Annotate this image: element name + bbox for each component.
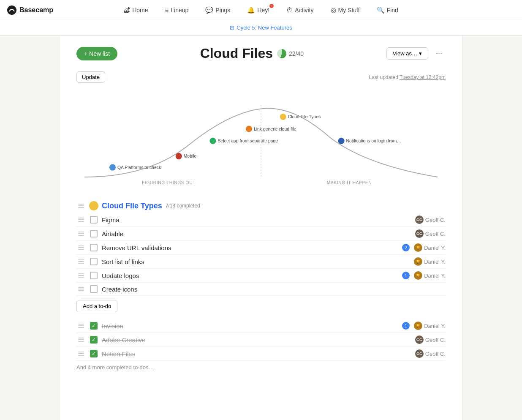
dot-notifications[interactable] (338, 138, 344, 144)
label-link-generic: Link generic cloud file (254, 127, 296, 131)
todo-checkbox[interactable] (90, 272, 98, 279)
add-todo-button[interactable]: Add a to-do (76, 300, 117, 312)
dot-qa[interactable] (109, 164, 116, 171)
nav-hey[interactable]: 🔔 Hey! ! (245, 5, 272, 16)
item-drag-handle[interactable] (76, 351, 86, 357)
todo-item: Airtable GC Geoff C. (76, 227, 446, 241)
figuring-out-label: FIGURING THINGS OUT (142, 180, 196, 185)
avatar: 🏆 (414, 322, 422, 330)
todo-text: Remove URL validations (102, 244, 398, 251)
item-drag-handle[interactable] (76, 231, 86, 237)
todo-item-completed: Notion Files GC Geoff C. (76, 347, 446, 361)
todo-checkbox[interactable] (90, 350, 98, 357)
todo-item-completed: Invision 1 🏆 Daniel Y. (76, 319, 446, 333)
todo-assignee: 🏆 Daniel Y. (414, 243, 446, 252)
nav-activity[interactable]: ⏱ Activity (284, 5, 316, 15)
dot-cloud-file-types[interactable] (280, 114, 286, 120)
todo-assignee: GC Geoff C. (415, 335, 446, 344)
page-title-area: Cloud Files 22/40 (200, 46, 304, 61)
todo-checkbox[interactable] (90, 322, 98, 330)
todo-text: Sort list of links (102, 258, 410, 265)
more-completed-link[interactable]: And 4 more completed to-dos… (76, 364, 154, 371)
todo-checkbox[interactable] (90, 216, 98, 224)
label-qa: QA Platforms to check (117, 165, 161, 170)
todo-items-unchecked: Figma GC Geoff C. Airtable GC Geoff C. (76, 213, 446, 296)
todo-assignee: 🏆 Daniel Y. (414, 322, 446, 330)
hey-icon: 🔔 (247, 6, 255, 14)
basecamp-icon (7, 5, 17, 15)
avatar: GC (415, 335, 424, 344)
item-drag-handle[interactable] (76, 286, 86, 292)
page-title: Cloud Files (200, 46, 273, 61)
avatar: GC (415, 215, 424, 224)
progress-circle (277, 49, 286, 58)
todo-badge: 1 (402, 322, 410, 330)
last-updated: Last updated Tuesday at 12:42pm (369, 74, 446, 80)
avatar: GC (415, 349, 424, 358)
dot-select-app[interactable] (209, 138, 216, 144)
find-icon: 🔍 (377, 6, 385, 14)
hill-update-bar: Update Last updated Tuesday at 12:42pm (76, 71, 446, 83)
todo-checkbox[interactable] (90, 244, 98, 251)
avatar: GC (415, 229, 424, 238)
todo-list-header: Cloud File Types 7/13 completed (76, 201, 446, 210)
view-as-button[interactable]: View as… ▾ (386, 47, 428, 60)
todo-text: Update logos (102, 272, 398, 279)
brand-logo[interactable]: Basecamp (7, 5, 53, 15)
item-drag-handle[interactable] (76, 259, 86, 265)
item-drag-handle[interactable] (76, 217, 86, 223)
mystuff-icon: ◎ (331, 6, 336, 14)
nav-pings[interactable]: 💬 Pings (203, 5, 233, 16)
nav-lineup[interactable]: ≡ Lineup (163, 5, 191, 15)
todo-item: Remove URL validations 2 🏆 Daniel Y. (76, 241, 446, 255)
top-navigation: Basecamp 🏕 Home ≡ Lineup 💬 Pings 🔔 Hey! … (0, 0, 522, 20)
list-drag-handle[interactable] (76, 203, 86, 209)
avatar: 🏆 (414, 243, 422, 252)
item-drag-handle[interactable] (76, 245, 86, 251)
main-content: + New list Cloud Files 22/40 View as… ▾ … (59, 35, 463, 420)
dot-link-generic[interactable] (246, 125, 252, 132)
todo-list-title[interactable]: Cloud File Types (102, 202, 162, 210)
todo-section: Cloud File Types 7/13 completed Figma GC… (76, 201, 446, 371)
brand-name: Basecamp (19, 6, 53, 14)
todo-item: Create icons (76, 283, 446, 296)
new-list-button[interactable]: + New list (76, 47, 117, 60)
more-options-button[interactable]: ··· (432, 47, 446, 60)
todo-item-completed: Adobe Creative GC Geoff C. (76, 333, 446, 347)
item-drag-handle[interactable] (76, 323, 86, 329)
sidebar (0, 35, 59, 420)
home-icon: 🏕 (124, 6, 130, 14)
dot-mobile[interactable] (176, 153, 182, 159)
todo-items-completed: Invision 1 🏆 Daniel Y. Adobe Creative GC… (76, 319, 446, 361)
nav-home[interactable]: 🏕 Home (121, 5, 150, 15)
last-updated-link[interactable]: Tuesday at 12:42pm (400, 74, 446, 80)
todo-item: Figma GC Geoff C. (76, 213, 446, 227)
hill-chart-svg: FIGURING THINGS OUT MAKING IT HAPPEN QA … (76, 86, 446, 188)
todo-assignee: GC Geoff C. (415, 215, 446, 224)
pings-icon: 💬 (205, 6, 213, 14)
nav-mystuff[interactable]: ◎ My Stuff (328, 5, 362, 16)
nav-find[interactable]: 🔍 Find (374, 5, 401, 16)
label-mobile: Mobile (184, 154, 197, 158)
item-drag-handle[interactable] (76, 273, 86, 278)
todo-checkbox[interactable] (90, 285, 98, 293)
update-button[interactable]: Update (76, 71, 105, 83)
progress-indicator: 22/40 (277, 49, 304, 58)
svg-point-0 (7, 5, 16, 15)
breadcrumb-link[interactable]: ⊞ Cycle 5: New Features (230, 25, 292, 31)
hill-chart-section: Update Last updated Tuesday at 12:42pm F… (76, 71, 446, 188)
avatar: 🏆 (414, 257, 422, 266)
todo-badge: 1 (402, 272, 410, 279)
lineup-icon: ≡ (165, 6, 169, 14)
todo-text: Adobe Creative (102, 336, 411, 344)
todo-checkbox[interactable] (90, 258, 98, 265)
breadcrumb-icon: ⊞ (230, 25, 234, 31)
todo-item: Sort list of links 🏆 Daniel Y. (76, 255, 446, 269)
hill-chart-wrapper: FIGURING THINGS OUT MAKING IT HAPPEN QA … (76, 86, 446, 188)
todo-checkbox[interactable] (90, 230, 98, 237)
item-drag-handle[interactable] (76, 337, 86, 343)
label-select-app: Select app from separate page (218, 139, 278, 143)
todo-checkbox[interactable] (90, 336, 98, 344)
todo-text: Airtable (102, 230, 411, 237)
todo-text: Figma (102, 216, 411, 224)
